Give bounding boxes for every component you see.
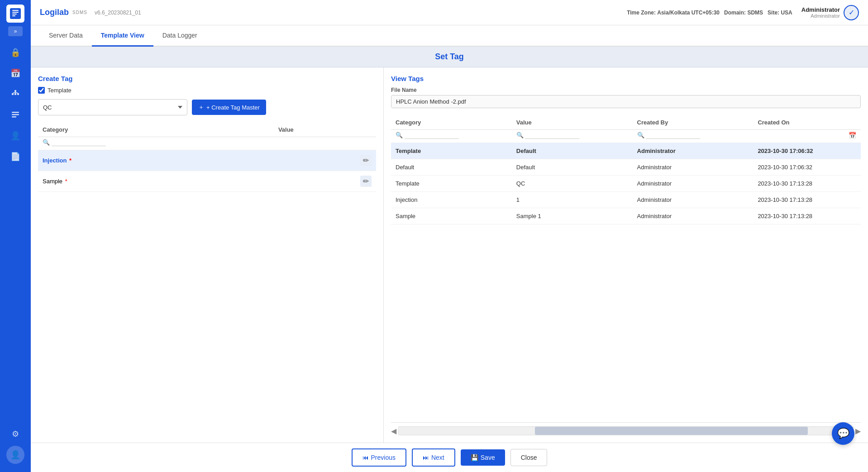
- scroll-arrows: ◀ ▶: [391, 426, 861, 435]
- person-icon[interactable]: 👤: [6, 127, 24, 145]
- lock-icon[interactable]: 🔒: [6, 43, 24, 62]
- create-tag-master-button[interactable]: ＋ + Create Tag Master: [192, 100, 266, 115]
- tab-data-logger[interactable]: Data Logger: [153, 25, 206, 47]
- table-row[interactable]: Sample * ✏: [38, 171, 376, 192]
- view-row-createdon-5: 2023-10-30 17:13:28: [753, 208, 861, 224]
- list-icon[interactable]: [6, 106, 24, 124]
- view-row-category-injection: Injection: [391, 192, 512, 208]
- table-row[interactable]: Injection * ✏: [38, 150, 376, 171]
- view-row-category-default: Default: [391, 159, 512, 176]
- calendar-icon[interactable]: 📅: [6, 64, 24, 82]
- scroll-left-button[interactable]: ◀: [391, 427, 396, 435]
- view-row-createdon-3: 2023-10-30 17:13:28: [753, 176, 861, 192]
- template-checkbox-label: Template: [48, 87, 72, 94]
- category-dropdown[interactable]: QC: [38, 99, 187, 115]
- create-tag-title: Create Tag: [38, 75, 376, 82]
- table-row[interactable]: Default Default Administrator 2023-10-30…: [391, 159, 861, 176]
- main-area: Logilab SDMS v6.6_20230821_01 Time Zone:…: [31, 0, 868, 472]
- horizontal-scrollbar[interactable]: [398, 426, 854, 435]
- view-row-createdon-1: 2023-10-30 17:06:32: [753, 143, 861, 159]
- calendar-filter-icon[interactable]: 📅: [849, 132, 856, 139]
- prev-icon: ⏮: [362, 454, 369, 461]
- next-icon: ⏭: [423, 454, 429, 461]
- tag-table: Category Value 🔍: [38, 123, 376, 192]
- table-row[interactable]: Template QC Administrator 2023-10-30 17:…: [391, 176, 861, 192]
- user-name: Administrator: [801, 6, 840, 13]
- tab-template-view[interactable]: Template View: [92, 25, 153, 47]
- next-button[interactable]: ⏭ Next: [412, 448, 455, 467]
- view-row-createdby-4: Administrator: [633, 192, 754, 208]
- svg-rect-1: [12, 10, 19, 11]
- svg-line-10: [13, 92, 15, 93]
- view-col-value: Value: [512, 115, 633, 130]
- view-row-category-template2: Template: [391, 176, 512, 192]
- view-createdby-search-input[interactable]: [646, 132, 700, 139]
- edit-sample-button[interactable]: ✏: [360, 176, 372, 187]
- category-search-icon: 🔍: [43, 139, 50, 146]
- content-area: Set Tag Create Tag Template QC ＋ + Creat…: [31, 47, 868, 443]
- view-category-search-input[interactable]: [405, 132, 459, 139]
- view-col-created-by: Created By: [633, 115, 754, 130]
- edit-injection-button[interactable]: ✏: [360, 155, 372, 166]
- view-row-category-template: Template: [391, 143, 512, 159]
- view-value-search-input[interactable]: [525, 132, 579, 139]
- set-tag-header: Set Tag: [31, 47, 868, 67]
- set-tag-title: Set Tag: [435, 52, 464, 61]
- view-row-value-sample1: Sample 1: [512, 208, 633, 224]
- chat-bubble-button[interactable]: 💬: [832, 422, 854, 445]
- settings-icon[interactable]: ⚙: [6, 425, 24, 443]
- svg-rect-6: [12, 93, 14, 95]
- create-tag-master-label: + Create Tag Master: [206, 104, 260, 111]
- view-value-search-icon: 🔍: [516, 132, 524, 138]
- view-row-createdby-3: Administrator: [633, 176, 754, 192]
- tag-category-sample: Sample *: [38, 171, 274, 192]
- save-label: Save: [481, 454, 495, 461]
- close-button[interactable]: Close: [510, 449, 548, 466]
- tag-value-sample: [274, 171, 353, 192]
- app-version: v6.6_20230821_01: [95, 10, 141, 16]
- template-checkbox-row: Template: [38, 87, 376, 94]
- close-label: Close: [521, 454, 537, 461]
- save-button[interactable]: 💾 Save: [461, 449, 505, 466]
- table-row[interactable]: Sample Sample 1 Administrator 2023-10-30…: [391, 208, 861, 224]
- svg-rect-8: [17, 93, 19, 95]
- tab-server-data[interactable]: Server Data: [40, 25, 92, 47]
- file-name-label: File Name: [391, 87, 861, 93]
- view-table: Category Value Created By Created On 🔍: [391, 115, 861, 224]
- nav-tabs: Server Data Template View Data Logger: [31, 25, 868, 47]
- view-createdby-search-icon: 🔍: [637, 132, 644, 138]
- file-name-value: HPLC Anion Method -2.pdf: [391, 95, 861, 108]
- app-logo: [6, 5, 24, 23]
- document-icon[interactable]: 📄: [6, 148, 24, 166]
- svg-rect-13: [12, 114, 19, 115]
- bottom-toolbar: ⏮ Previous ⏭ Next 💾 Save Close: [31, 443, 868, 472]
- col-action: [353, 123, 376, 137]
- save-icon: 💾: [471, 454, 478, 461]
- user-avatar[interactable]: ✓: [844, 5, 859, 20]
- app-sub: SDMS: [72, 10, 87, 15]
- template-checkbox[interactable]: [38, 87, 45, 94]
- previous-button[interactable]: ⏮ Previous: [352, 448, 406, 467]
- left-panel: Create Tag Template QC ＋ + Create Tag Ma…: [31, 67, 384, 443]
- view-table-scroll[interactable]: Category Value Created By Created On 🔍: [391, 115, 861, 423]
- view-col-category: Category: [391, 115, 512, 130]
- view-category-search-icon: 🔍: [396, 132, 403, 138]
- table-row[interactable]: Template Default Administrator 2023-10-3…: [391, 143, 861, 159]
- svg-rect-4: [12, 15, 15, 16]
- category-search-input[interactable]: [52, 139, 106, 146]
- view-row-category-sample: Sample: [391, 208, 512, 224]
- brand: Logilab SDMS v6.6_20230821_01: [40, 8, 141, 17]
- view-row-value-qc: QC: [512, 176, 633, 192]
- svg-rect-2: [12, 12, 19, 13]
- plus-icon: ＋: [198, 103, 204, 111]
- sidebar-user-avatar[interactable]: 👤: [6, 446, 24, 464]
- app-name: Logilab: [40, 8, 69, 17]
- hierarchy-icon[interactable]: [6, 85, 24, 103]
- sidebar-toggle[interactable]: »: [8, 26, 23, 36]
- scroll-right-button[interactable]: ▶: [855, 427, 861, 435]
- user-section: Administrator Administrator ✓: [801, 5, 859, 20]
- view-tags-title: View Tags: [391, 75, 861, 82]
- col-value: Value: [274, 123, 353, 137]
- table-row[interactable]: Injection 1 Administrator 2023-10-30 17:…: [391, 192, 861, 208]
- user-role: Administrator: [811, 13, 840, 19]
